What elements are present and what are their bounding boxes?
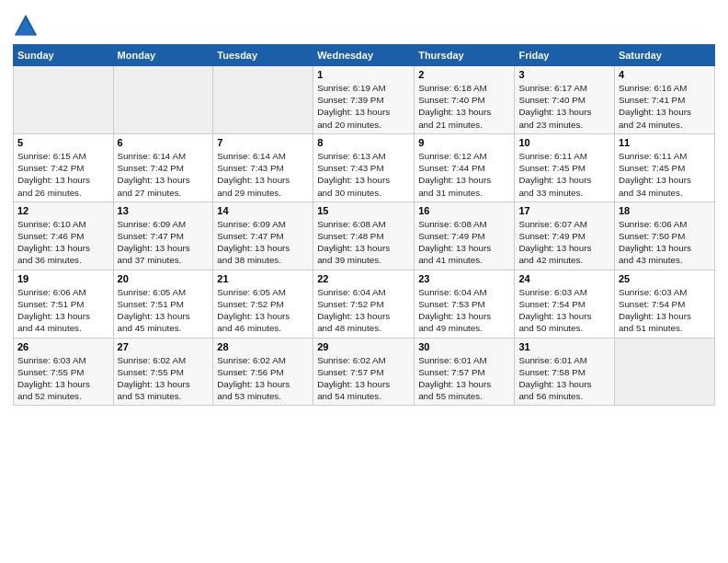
- day-info: Sunrise: 6:11 AM Sunset: 7:45 PM Dayligh…: [619, 151, 691, 198]
- calendar-cell: 26Sunrise: 6:03 AM Sunset: 7:55 PM Dayli…: [14, 338, 114, 406]
- day-number: 14: [217, 205, 309, 216]
- day-header-friday: Friday: [515, 45, 614, 66]
- calendar-cell: 1Sunrise: 6:19 AM Sunset: 7:39 PM Daylig…: [313, 66, 415, 134]
- day-number: 13: [118, 205, 210, 216]
- day-info: Sunrise: 6:03 AM Sunset: 7:54 PM Dayligh…: [619, 287, 691, 334]
- day-number: 10: [518, 137, 609, 148]
- page: SundayMondayTuesdayWednesdayThursdayFrid…: [0, 0, 728, 563]
- day-info: Sunrise: 6:04 AM Sunset: 7:52 PM Dayligh…: [317, 287, 390, 334]
- calendar-cell: 30Sunrise: 6:01 AM Sunset: 7:57 PM Dayli…: [415, 338, 515, 406]
- day-number: 28: [217, 341, 309, 352]
- day-number: 23: [418, 273, 510, 284]
- day-number: 29: [317, 341, 410, 352]
- day-info: Sunrise: 6:02 AM Sunset: 7:55 PM Dayligh…: [118, 355, 190, 402]
- day-number: 30: [418, 341, 510, 352]
- day-info: Sunrise: 6:03 AM Sunset: 7:54 PM Dayligh…: [518, 287, 591, 334]
- day-info: Sunrise: 6:11 AM Sunset: 7:45 PM Dayligh…: [518, 151, 591, 198]
- day-info: Sunrise: 6:04 AM Sunset: 7:53 PM Dayligh…: [418, 287, 491, 334]
- week-row-5: 26Sunrise: 6:03 AM Sunset: 7:55 PM Dayli…: [14, 338, 715, 406]
- calendar-cell: 24Sunrise: 6:03 AM Sunset: 7:54 PM Dayli…: [515, 270, 614, 338]
- day-info: Sunrise: 6:07 AM Sunset: 7:49 PM Dayligh…: [518, 219, 591, 266]
- week-row-3: 12Sunrise: 6:10 AM Sunset: 7:46 PM Dayli…: [14, 201, 715, 270]
- calendar-cell: 21Sunrise: 6:05 AM Sunset: 7:52 PM Dayli…: [213, 270, 313, 338]
- logo: [13, 13, 42, 39]
- day-info: Sunrise: 6:18 AM Sunset: 7:40 PM Dayligh…: [418, 83, 491, 130]
- day-number: 25: [619, 273, 711, 284]
- day-header-wednesday: Wednesday: [313, 45, 415, 66]
- day-number: 27: [118, 341, 210, 352]
- calendar-cell: 29Sunrise: 6:02 AM Sunset: 7:57 PM Dayli…: [313, 338, 415, 406]
- day-info: Sunrise: 6:14 AM Sunset: 7:42 PM Dayligh…: [118, 151, 190, 198]
- calendar-cell: 9Sunrise: 6:12 AM Sunset: 7:44 PM Daylig…: [415, 133, 515, 201]
- calendar-cell: 6Sunrise: 6:14 AM Sunset: 7:42 PM Daylig…: [113, 133, 213, 201]
- calendar-cell: 5Sunrise: 6:15 AM Sunset: 7:42 PM Daylig…: [14, 133, 114, 201]
- calendar-cell: 25Sunrise: 6:03 AM Sunset: 7:54 PM Dayli…: [614, 270, 714, 338]
- calendar-cell: 8Sunrise: 6:13 AM Sunset: 7:43 PM Daylig…: [313, 133, 415, 201]
- day-number: 8: [317, 137, 410, 148]
- week-row-4: 19Sunrise: 6:06 AM Sunset: 7:51 PM Dayli…: [14, 270, 715, 338]
- day-number: 2: [418, 69, 510, 80]
- calendar-cell: 31Sunrise: 6:01 AM Sunset: 7:58 PM Dayli…: [515, 338, 614, 406]
- day-info: Sunrise: 6:12 AM Sunset: 7:44 PM Dayligh…: [418, 151, 491, 198]
- calendar-cell: 14Sunrise: 6:09 AM Sunset: 7:47 PM Dayli…: [213, 201, 313, 270]
- calendar-cell: 17Sunrise: 6:07 AM Sunset: 7:49 PM Dayli…: [515, 201, 614, 270]
- day-info: Sunrise: 6:14 AM Sunset: 7:43 PM Dayligh…: [217, 151, 290, 198]
- day-number: 21: [217, 273, 309, 284]
- calendar-cell: 12Sunrise: 6:10 AM Sunset: 7:46 PM Dayli…: [14, 201, 114, 270]
- day-info: Sunrise: 6:09 AM Sunset: 7:47 PM Dayligh…: [118, 219, 190, 266]
- day-header-monday: Monday: [113, 45, 213, 66]
- day-header-tuesday: Tuesday: [213, 45, 313, 66]
- calendar-table: SundayMondayTuesdayWednesdayThursdayFrid…: [13, 44, 715, 406]
- day-info: Sunrise: 6:06 AM Sunset: 7:50 PM Dayligh…: [619, 219, 691, 266]
- day-info: Sunrise: 6:17 AM Sunset: 7:40 PM Dayligh…: [518, 83, 591, 130]
- calendar-cell: 19Sunrise: 6:06 AM Sunset: 7:51 PM Dayli…: [14, 270, 114, 338]
- day-info: Sunrise: 6:15 AM Sunset: 7:42 PM Dayligh…: [17, 151, 90, 198]
- day-info: Sunrise: 6:01 AM Sunset: 7:57 PM Dayligh…: [418, 355, 491, 402]
- calendar-cell: 16Sunrise: 6:08 AM Sunset: 7:49 PM Dayli…: [415, 201, 515, 270]
- calendar-cell: 11Sunrise: 6:11 AM Sunset: 7:45 PM Dayli…: [614, 133, 714, 201]
- day-header-thursday: Thursday: [415, 45, 515, 66]
- calendar-cell: 20Sunrise: 6:05 AM Sunset: 7:51 PM Dayli…: [113, 270, 213, 338]
- day-number: 31: [518, 341, 609, 352]
- calendar-cell: 22Sunrise: 6:04 AM Sunset: 7:52 PM Dayli…: [313, 270, 415, 338]
- day-number: 6: [118, 137, 210, 148]
- calendar-cell: [14, 66, 114, 134]
- day-info: Sunrise: 6:09 AM Sunset: 7:47 PM Dayligh…: [217, 219, 290, 266]
- logo-icon: [13, 13, 39, 39]
- day-number: 26: [17, 341, 109, 352]
- day-info: Sunrise: 6:05 AM Sunset: 7:51 PM Dayligh…: [118, 287, 190, 334]
- day-number: 19: [17, 273, 109, 284]
- day-info: Sunrise: 6:03 AM Sunset: 7:55 PM Dayligh…: [17, 355, 90, 402]
- day-number: 5: [17, 137, 109, 148]
- calendar-cell: 27Sunrise: 6:02 AM Sunset: 7:55 PM Dayli…: [113, 338, 213, 406]
- day-number: 9: [418, 137, 510, 148]
- calendar-cell: 23Sunrise: 6:04 AM Sunset: 7:53 PM Dayli…: [415, 270, 515, 338]
- day-info: Sunrise: 6:02 AM Sunset: 7:57 PM Dayligh…: [317, 355, 390, 402]
- calendar-cell: 18Sunrise: 6:06 AM Sunset: 7:50 PM Dayli…: [614, 201, 714, 270]
- day-number: 7: [217, 137, 309, 148]
- calendar-cell: 2Sunrise: 6:18 AM Sunset: 7:40 PM Daylig…: [415, 66, 515, 134]
- calendar-cell: [113, 66, 213, 134]
- day-info: Sunrise: 6:19 AM Sunset: 7:39 PM Dayligh…: [317, 83, 390, 130]
- calendar-cell: [614, 338, 714, 406]
- calendar-cell: 28Sunrise: 6:02 AM Sunset: 7:56 PM Dayli…: [213, 338, 313, 406]
- calendar-cell: 7Sunrise: 6:14 AM Sunset: 7:43 PM Daylig…: [213, 133, 313, 201]
- calendar-cell: 4Sunrise: 6:16 AM Sunset: 7:41 PM Daylig…: [614, 66, 714, 134]
- header: [13, 9, 715, 39]
- day-info: Sunrise: 6:08 AM Sunset: 7:49 PM Dayligh…: [418, 219, 491, 266]
- day-number: 22: [317, 273, 410, 284]
- day-number: 20: [118, 273, 210, 284]
- day-info: Sunrise: 6:16 AM Sunset: 7:41 PM Dayligh…: [619, 83, 691, 130]
- day-header-saturday: Saturday: [614, 45, 714, 66]
- day-number: 16: [418, 205, 510, 216]
- week-row-1: 1Sunrise: 6:19 AM Sunset: 7:39 PM Daylig…: [14, 66, 715, 134]
- calendar-cell: 15Sunrise: 6:08 AM Sunset: 7:48 PM Dayli…: [313, 201, 415, 270]
- day-number: 18: [619, 205, 711, 216]
- day-info: Sunrise: 6:05 AM Sunset: 7:52 PM Dayligh…: [217, 287, 290, 334]
- day-info: Sunrise: 6:01 AM Sunset: 7:58 PM Dayligh…: [518, 355, 591, 402]
- calendar-cell: 10Sunrise: 6:11 AM Sunset: 7:45 PM Dayli…: [515, 133, 614, 201]
- week-row-2: 5Sunrise: 6:15 AM Sunset: 7:42 PM Daylig…: [14, 133, 715, 201]
- day-number: 17: [518, 205, 609, 216]
- calendar-cell: 3Sunrise: 6:17 AM Sunset: 7:40 PM Daylig…: [515, 66, 614, 134]
- day-number: 15: [317, 205, 410, 216]
